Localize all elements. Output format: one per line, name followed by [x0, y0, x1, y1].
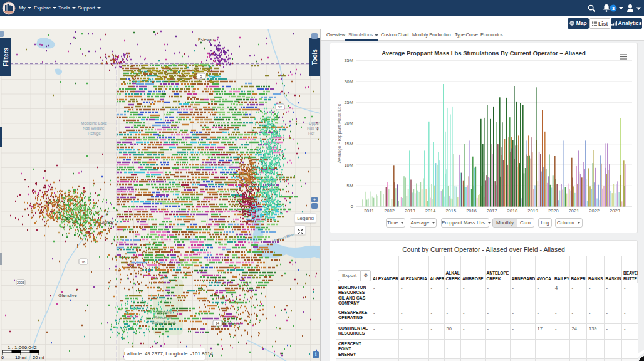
svg-text:2011: 2011 [364, 208, 374, 214]
svg-text:2015: 2015 [445, 208, 456, 214]
svg-text:2020: 2020 [548, 208, 559, 214]
svg-text:20M: 20M [344, 120, 353, 126]
svg-text:35M: 35M [344, 58, 353, 63]
svg-text:Dickinson: Dickinson [222, 322, 241, 326]
svg-text:2005: 2005 [17, 281, 24, 285]
svg-text:Natl Wildlife: Natl Wildlife [83, 126, 105, 130]
svg-text:2017: 2017 [487, 208, 497, 214]
svg-text:Upper: Upper [309, 121, 321, 126]
svg-text:Medicine Lake: Medicine Lake [81, 121, 107, 125]
svg-text:Refuge: Refuge [88, 131, 101, 136]
svg-text:2014: 2014 [425, 208, 436, 214]
svg-text:2016: 2016 [466, 208, 477, 214]
svg-text:2018: 2018 [507, 208, 518, 214]
svg-text:Theodore: Theodore [154, 310, 172, 315]
svg-text:National Park: National Park [152, 320, 177, 325]
svg-text:2022: 2022 [589, 208, 600, 214]
svg-text:2012: 2012 [384, 208, 395, 214]
svg-text:Estevan: Estevan [198, 38, 214, 42]
svg-text:Glendive: Glendive [58, 293, 77, 298]
svg-text:0: 0 [351, 204, 353, 209]
svg-text:Coteau du Missouri: Coteau du Missouri [200, 163, 233, 167]
svg-text:10M: 10M [344, 162, 353, 168]
svg-text:Ref: Ref [308, 131, 314, 135]
svg-text:Average Proppant Mass Lbs: Average Proppant Mass Lbs [336, 104, 342, 164]
svg-text:Roosevelt: Roosevelt [154, 315, 172, 320]
svg-text:16: 16 [81, 260, 85, 264]
svg-text:25M: 25M [344, 100, 353, 105]
svg-text:3: 3 [612, 6, 615, 11]
svg-text:2019: 2019 [527, 208, 538, 214]
svg-text:52: 52 [278, 105, 282, 109]
svg-text:2023: 2023 [610, 208, 620, 214]
svg-text:2021: 2021 [569, 208, 579, 214]
svg-text:Natl W: Natl W [307, 126, 319, 130]
svg-text:2013: 2013 [405, 208, 415, 214]
svg-text:15M: 15M [344, 141, 353, 147]
svg-text:30M: 30M [344, 79, 353, 85]
svg-text:Sidney: Sidney [100, 220, 114, 225]
svg-text:5M: 5M [347, 183, 353, 189]
svg-text:5: 5 [200, 75, 202, 78]
svg-text:94: 94 [216, 322, 219, 325]
